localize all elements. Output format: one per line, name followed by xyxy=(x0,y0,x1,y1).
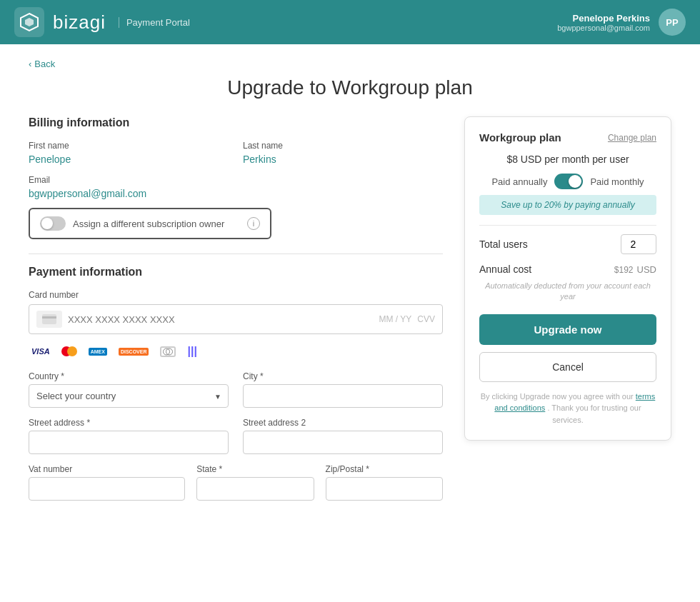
state-group: State * xyxy=(196,464,314,501)
vat-input[interactable] xyxy=(29,477,185,501)
user-email: bgwppersonal@gmail.com xyxy=(557,24,650,32)
card-number-label: Card number xyxy=(29,290,443,300)
svg-rect-3 xyxy=(42,316,56,318)
billing-frequency-toggle[interactable] xyxy=(554,174,583,189)
diners-logo xyxy=(157,343,179,360)
page-title: Upgrade to Workgroup plan xyxy=(29,76,671,99)
main-content: ‹ Back Upgrade to Workgroup plan Billing… xyxy=(0,44,700,602)
zip-label: Zip/Postal * xyxy=(326,464,443,474)
last-name-label: Last name xyxy=(243,141,443,151)
amex-logo: AMEX xyxy=(86,343,110,360)
svg-marker-1 xyxy=(25,18,34,26)
annual-cost-label: Annual cost xyxy=(479,264,531,275)
city-group: City * xyxy=(243,371,443,408)
street2-input[interactable] xyxy=(243,431,443,454)
street-input[interactable] xyxy=(29,431,229,454)
email-group: Email bgwppersonal@gmail.com xyxy=(29,175,443,199)
user-info: Penelope Perkins bgwppersonal@gmail.com xyxy=(557,13,650,32)
first-name-group: First name Penelope xyxy=(29,141,229,165)
country-label: Country * xyxy=(29,371,229,381)
email-value: bgwppersonal@gmail.com xyxy=(29,188,443,199)
card-logos: VISA AMEX DISCOVER xyxy=(29,343,443,360)
payment-section-title: Payment information xyxy=(29,266,443,279)
address-row: Street address * Street address 2 xyxy=(29,418,443,454)
total-users-label: Total users xyxy=(479,239,528,250)
toggle-label: Assign a different subscription owner xyxy=(73,219,240,229)
section-divider xyxy=(29,254,443,254)
save-banner: Save up to 20% by paying annually xyxy=(479,195,656,215)
cost-row: Annual cost $192 USD xyxy=(479,261,656,276)
header-right: Penelope Perkins bgwppersonal@gmail.com … xyxy=(557,9,686,36)
users-row: Total users xyxy=(479,234,656,254)
subscription-owner-toggle[interactable] xyxy=(40,216,66,231)
plan-header: Workgroup plan Change plan xyxy=(479,131,656,144)
svg-rect-2 xyxy=(42,314,56,324)
state-input[interactable] xyxy=(196,477,314,501)
auto-deduct-note: Automatically deducted from your account… xyxy=(479,281,656,303)
cost-currency: USD xyxy=(637,264,656,275)
city-label: City * xyxy=(243,371,443,381)
panel-divider-1 xyxy=(479,225,656,226)
email-label: Email xyxy=(29,175,443,185)
back-link[interactable]: ‹ Back xyxy=(29,59,671,69)
vat-state-zip-row: Vat number State * Zip/Postal * xyxy=(29,464,443,501)
vat-label: Vat number xyxy=(29,464,185,474)
street2-group: Street address 2 xyxy=(243,418,443,454)
street2-label: Street address 2 xyxy=(243,418,443,428)
last-name-group: Last name Perkins xyxy=(243,141,443,165)
info-icon[interactable]: i xyxy=(247,217,260,230)
discover-logo: DISCOVER xyxy=(116,343,152,360)
upgrade-now-button[interactable]: Upgrade now xyxy=(479,314,656,345)
city-input[interactable] xyxy=(243,384,443,408)
cvv-label: CVV xyxy=(417,314,435,324)
billing-toggle-row: Paid annually Paid monthly xyxy=(479,174,656,189)
avatar: PP xyxy=(659,9,686,36)
mm-yy-label: MM / YY xyxy=(379,314,412,324)
vat-group: Vat number xyxy=(29,464,185,501)
country-group: Country * Select your country ▼ xyxy=(29,371,229,408)
billing-toggle-knob xyxy=(569,175,581,188)
country-city-row: Country * Select your country ▼ City * xyxy=(29,371,443,408)
price-line: $8 USD per month per user xyxy=(479,154,656,165)
back-label: Back xyxy=(34,59,55,69)
visa-logo: VISA xyxy=(29,343,53,360)
card-icon xyxy=(36,311,62,328)
street-group: Street address * xyxy=(29,418,229,454)
content-area: Billing information First name Penelope … xyxy=(29,116,671,501)
last-name-value: Perkins xyxy=(243,154,443,165)
card-extras: MM / YY CVV xyxy=(379,314,435,324)
user-name: Penelope Perkins xyxy=(557,13,650,24)
annual-cost-value: $192 USD xyxy=(614,261,656,276)
total-users-input[interactable] xyxy=(621,234,656,254)
toggle-knob xyxy=(41,218,53,229)
terms-suffix: . Thank you for trusting our services. xyxy=(547,403,641,424)
terms-prefix: By clicking Upgrade now you agree with o… xyxy=(481,392,634,401)
card-number-input[interactable] xyxy=(68,314,374,325)
mastercard-logo xyxy=(59,343,80,360)
plan-name: Workgroup plan xyxy=(479,131,561,144)
portal-label: Payment Portal xyxy=(119,17,190,28)
header: bizagi Payment Portal Penelope Perkins b… xyxy=(0,0,700,44)
country-select[interactable]: Select your country xyxy=(29,384,229,408)
street-label: Street address * xyxy=(29,418,229,428)
country-select-wrapper[interactable]: Select your country ▼ xyxy=(29,384,229,408)
logo-icon xyxy=(14,7,44,37)
state-label: State * xyxy=(196,464,314,474)
plan-panel: Workgroup plan Change plan $8 USD per mo… xyxy=(464,116,671,441)
first-name-label: First name xyxy=(29,141,229,151)
billing-section-title: Billing information xyxy=(29,116,443,129)
stripe-logo: ||| xyxy=(184,343,199,360)
form-section: Billing information First name Penelope … xyxy=(29,116,443,501)
header-left: bizagi Payment Portal xyxy=(14,7,190,37)
paid-monthly-label: Paid monthly xyxy=(590,176,644,187)
back-chevron-icon: ‹ xyxy=(29,59,31,69)
name-row: First name Penelope Last name Perkins xyxy=(29,141,443,165)
cancel-button[interactable]: Cancel xyxy=(479,352,656,382)
paid-annually-label: Paid annually xyxy=(491,176,547,187)
card-number-wrapper[interactable]: MM / YY CVV xyxy=(29,304,443,334)
change-plan-link[interactable]: Change plan xyxy=(608,133,656,143)
first-name-value: Penelope xyxy=(29,154,229,165)
subscription-owner-toggle-row[interactable]: Assign a different subscription owner i xyxy=(29,208,271,239)
zip-group: Zip/Postal * xyxy=(326,464,443,501)
zip-input[interactable] xyxy=(326,477,443,501)
